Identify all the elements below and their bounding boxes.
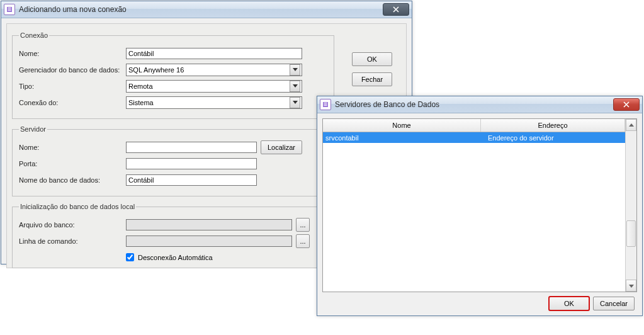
scroll-down-icon[interactable]: [626, 280, 636, 292]
ok-button[interactable]: OK: [549, 297, 589, 310]
label-desconexao: Desconexão Automática: [138, 254, 213, 261]
label-servidor-nome: Nome:: [19, 144, 126, 151]
server-table: Nome Endereço srvcontabil Endereço do se…: [322, 118, 637, 292]
svg-rect-6: [324, 104, 327, 105]
label-nome: Nome:: [19, 50, 126, 57]
label-porta: Porta:: [19, 160, 126, 168]
group-servidor: Servidor Nome: Localizar Porta: Nome do …: [12, 125, 334, 196]
app-icon: [320, 99, 331, 110]
browse-linha-button[interactable]: ...: [296, 234, 310, 248]
label-linha: Linha de comando:: [19, 237, 126, 245]
input-arquivo[interactable]: [126, 219, 292, 230]
titlebar: Servidores de Banco de Dados: [317, 96, 642, 113]
group-conexao-legend: Conexão: [19, 31, 49, 39]
checkbox-desconexao[interactable]: [126, 253, 134, 261]
table-header: Nome Endereço: [323, 119, 625, 132]
select-gerenciador[interactable]: SQL Anywhere 16: [126, 64, 302, 76]
select-gerenciador-value: SQL Anywhere 16: [128, 66, 184, 74]
table-row[interactable]: srvcontabil Endereço do servidor: [323, 132, 625, 143]
fechar-button[interactable]: Fechar: [352, 72, 392, 86]
chevron-down-icon: [290, 97, 300, 108]
app-icon: [4, 4, 15, 15]
input-porta[interactable]: [126, 158, 257, 169]
window-title: Servidores de Banco de Dados: [335, 100, 613, 109]
scroll-up-icon[interactable]: [626, 119, 636, 131]
group-conexao: Conexão Nome: Gerenciador do banco de da…: [12, 31, 334, 119]
window-title: Adicionando uma nova conexão: [19, 5, 383, 14]
cell-nome: srvcontabil: [323, 134, 485, 142]
input-nome[interactable]: [126, 48, 302, 59]
label-tipo: Tipo:: [19, 82, 126, 90]
label-banco: Nome do banco de dados:: [19, 176, 126, 184]
input-linha[interactable]: [126, 236, 292, 247]
svg-rect-2: [8, 9, 11, 9]
select-tipo-value: Remota: [128, 82, 153, 90]
close-icon[interactable]: [613, 98, 640, 111]
svg-rect-1: [8, 8, 11, 8]
localizar-button[interactable]: Localizar: [261, 140, 302, 154]
table-body: srvcontabil Endereço do servidor: [323, 132, 625, 292]
cancel-button[interactable]: Cancelar: [593, 297, 635, 310]
close-icon[interactable]: [383, 3, 409, 16]
titlebar: Adicionando uma nova conexão: [1, 1, 412, 18]
input-banco[interactable]: [126, 174, 257, 186]
database-servers-window: Servidores de Banco de Dados Nome Endere…: [317, 96, 643, 316]
svg-rect-7: [324, 105, 327, 106]
browse-arquivo-button[interactable]: ...: [296, 218, 310, 232]
scroll-thumb[interactable]: [626, 220, 636, 247]
svg-rect-3: [8, 10, 11, 11]
svg-rect-5: [324, 103, 327, 103]
group-inicializacao: Inicialização do banco de dados local Ar…: [12, 203, 334, 268]
select-tipo[interactable]: Remota: [126, 80, 302, 93]
group-servidor-legend: Servidor: [19, 125, 47, 133]
label-conexao-do: Conexão do:: [19, 99, 126, 106]
select-conexao-do-value: Sistema: [128, 99, 154, 106]
label-arquivo: Arquivo do banco:: [19, 221, 126, 229]
chevron-down-icon: [290, 64, 300, 76]
select-conexao-do[interactable]: Sistema: [126, 96, 302, 109]
column-header-nome[interactable]: Nome: [323, 119, 481, 132]
cell-endereco: Endereço do servidor: [485, 134, 625, 142]
column-header-endereco[interactable]: Endereço: [481, 119, 625, 132]
vertical-scrollbar[interactable]: [625, 119, 636, 292]
group-inicializacao-legend: Inicialização do banco de dados local: [19, 203, 136, 210]
input-servidor-nome[interactable]: [126, 142, 257, 153]
label-gerenciador: Gerenciador do banco de dados:: [19, 66, 126, 74]
ok-button[interactable]: OK: [352, 52, 392, 66]
chevron-down-icon: [290, 81, 300, 92]
